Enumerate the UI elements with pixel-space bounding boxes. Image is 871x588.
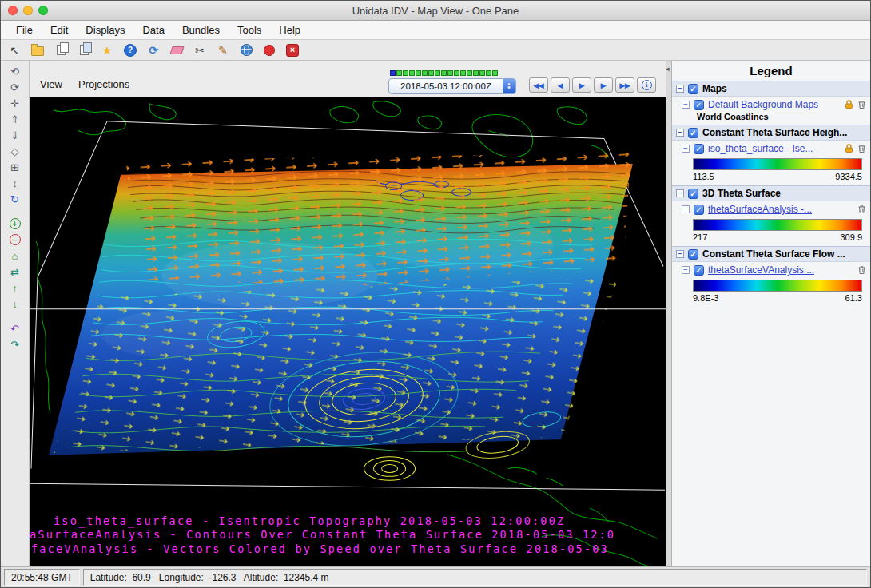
timeline-step[interactable] xyxy=(447,70,453,76)
zoom-out-icon[interactable]: − xyxy=(6,232,25,247)
pan-view-icon[interactable]: ✛ xyxy=(6,96,25,110)
pane-splitter[interactable]: ◂ xyxy=(666,61,672,566)
time-selector[interactable]: 2018-05-03 12:00:00Z xyxy=(388,78,516,94)
timeline-step[interactable] xyxy=(396,70,402,76)
redo-icon[interactable]: ↷ xyxy=(6,337,25,352)
collapse-icon[interactable] xyxy=(676,250,684,258)
cut-icon[interactable]: ✂ xyxy=(191,42,209,58)
visibility-checkbox[interactable] xyxy=(694,144,704,154)
stop-icon[interactable]: × xyxy=(284,42,301,58)
delete-icon[interactable] xyxy=(857,100,866,109)
visibility-checkbox[interactable] xyxy=(694,205,704,215)
collapse-icon[interactable] xyxy=(682,205,690,213)
map-view-canvas[interactable]: iso_theta_surface - Isentropic Topograph… xyxy=(30,97,666,566)
collapse-icon[interactable] xyxy=(676,129,684,137)
display-link[interactable]: Default Background Maps xyxy=(708,99,818,110)
collapse-pane-icon[interactable]: ◂ xyxy=(666,65,670,73)
visibility-checkbox[interactable] xyxy=(694,100,704,110)
favorites-star-icon[interactable]: ★ xyxy=(98,42,116,58)
collapse-icon[interactable] xyxy=(682,101,690,109)
colorbar-gradient[interactable] xyxy=(693,158,862,170)
visibility-checkbox[interactable] xyxy=(688,128,698,138)
menu-bundles[interactable]: Bundles xyxy=(173,22,229,38)
reload-icon[interactable]: ⟳ xyxy=(145,42,162,58)
undo-icon[interactable]: ↶ xyxy=(6,321,25,336)
tilt-down-icon[interactable]: ⇓ xyxy=(6,128,25,142)
home-view-icon[interactable]: ⌂ xyxy=(6,248,25,263)
timeline-step[interactable] xyxy=(441,70,447,76)
animation-properties-button[interactable]: ℹ xyxy=(637,77,656,93)
record-icon[interactable] xyxy=(261,42,278,58)
timeline-step[interactable] xyxy=(416,70,421,76)
timeline-step[interactable] xyxy=(390,70,396,76)
delete-icon[interactable] xyxy=(857,205,866,214)
timeline-step[interactable] xyxy=(403,70,408,76)
time-stepper-icon[interactable] xyxy=(503,79,515,93)
vertical-range-icon[interactable]: ↕ xyxy=(6,176,25,190)
globe-icon[interactable] xyxy=(237,42,255,58)
collapse-icon[interactable] xyxy=(682,266,690,274)
pan-up-icon[interactable]: ↑ xyxy=(6,280,25,295)
rotate-right-icon[interactable]: ⟳ xyxy=(6,80,25,94)
visibility-checkbox[interactable] xyxy=(694,265,704,276)
display-link[interactable]: thetaSurfaceVAnalysis ... xyxy=(708,264,814,276)
open-folder-icon[interactable] xyxy=(29,42,46,58)
menu-view[interactable]: View xyxy=(33,77,70,92)
rotate-left-icon[interactable]: ⟲ xyxy=(6,64,25,78)
close-window-button[interactable] xyxy=(8,6,18,15)
pan-down-icon[interactable]: ↓ xyxy=(6,296,25,311)
go-to-start-button[interactable]: ◀◀ xyxy=(529,77,548,93)
menu-help[interactable]: Help xyxy=(270,22,309,38)
grid-view-icon[interactable]: ⊞ xyxy=(6,160,25,174)
collapse-icon[interactable] xyxy=(676,85,684,93)
zoom-window-button[interactable] xyxy=(38,6,48,15)
visibility-checkbox[interactable] xyxy=(688,189,698,199)
timeline-step[interactable] xyxy=(486,70,491,76)
menu-displays[interactable]: Displays xyxy=(77,22,133,38)
pointer-icon[interactable]: ↖ xyxy=(6,42,23,58)
display-link[interactable]: thetaSurfaceAnalysis -... xyxy=(708,204,812,215)
timeline-step[interactable] xyxy=(428,70,434,76)
colorbar-gradient[interactable] xyxy=(693,219,862,231)
eraser-icon[interactable] xyxy=(168,42,185,58)
timeline-step[interactable] xyxy=(422,70,428,76)
play-button[interactable]: ▶ xyxy=(572,77,591,93)
collapse-icon[interactable] xyxy=(676,189,684,197)
timeline-step[interactable] xyxy=(467,70,472,76)
paste-page-icon[interactable] xyxy=(75,42,93,58)
zoom-in-icon[interactable]: + xyxy=(6,217,25,231)
tilt-up-icon[interactable]: ⇑ xyxy=(6,112,25,126)
minimize-window-button[interactable] xyxy=(23,6,33,15)
visibility-checkbox[interactable] xyxy=(688,249,698,260)
copy-page-icon[interactable] xyxy=(52,42,70,58)
menu-tools[interactable]: Tools xyxy=(229,22,270,38)
help-icon[interactable]: ? xyxy=(121,42,139,58)
timeline-step[interactable] xyxy=(409,70,415,76)
timeline-step[interactable] xyxy=(492,70,498,76)
delete-icon[interactable] xyxy=(857,265,866,275)
timeline-step[interactable] xyxy=(479,70,485,76)
refresh-view-icon[interactable]: ↻ xyxy=(6,192,25,206)
lock-icon[interactable] xyxy=(845,144,853,153)
colorbar-gradient[interactable] xyxy=(693,280,862,292)
menu-data[interactable]: Data xyxy=(133,22,173,38)
collapse-icon[interactable] xyxy=(682,145,690,153)
menu-file[interactable]: File xyxy=(7,22,42,38)
edit-pencil-icon[interactable]: ✎ xyxy=(214,42,232,58)
timeline-step[interactable] xyxy=(460,70,466,76)
perspective-view-icon[interactable]: ◇ xyxy=(6,144,25,158)
step-forward-button[interactable]: ▶ xyxy=(594,77,613,93)
menu-edit[interactable]: Edit xyxy=(42,22,77,38)
display-link[interactable]: iso_theta_surface - Ise... xyxy=(708,143,813,154)
go-to-end-button[interactable]: ▶▶ xyxy=(615,77,634,93)
timeline-step[interactable] xyxy=(435,70,440,76)
timeline-step[interactable] xyxy=(454,70,459,76)
timeline-step[interactable] xyxy=(473,70,479,76)
titlebar[interactable]: Unidata IDV - Map View - One Pane xyxy=(1,1,870,21)
delete-icon[interactable] xyxy=(857,144,866,153)
pan-horizontal-icon[interactable]: ⇄ xyxy=(6,264,25,279)
visibility-checkbox[interactable] xyxy=(688,84,698,94)
lock-icon[interactable] xyxy=(845,100,853,109)
menu-projections[interactable]: Projections xyxy=(71,77,137,92)
step-back-button[interactable]: ◀ xyxy=(551,77,570,93)
